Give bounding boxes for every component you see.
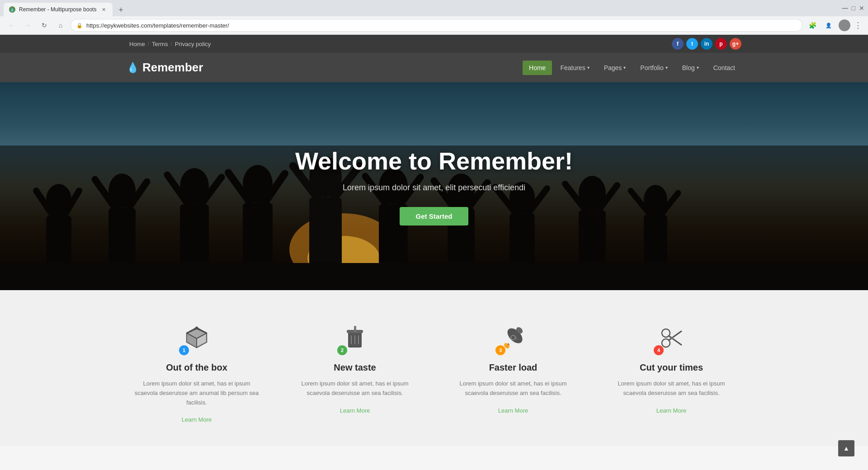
reload-button[interactable]: ↻ [38,19,51,32]
user-avatar[interactable] [839,19,850,31]
feature-desc-4: Lorem ipsum dolor sit amet, has ei ipsum… [606,379,737,398]
tab-favicon: 💧 [9,6,15,13]
extensions-icon[interactable]: 🧩 [806,19,819,32]
nav-home[interactable]: Home [523,61,552,75]
learn-more-3[interactable]: Learn More [498,407,528,414]
facebook-icon[interactable]: f [672,38,684,50]
twitter-icon[interactable]: t [686,38,698,50]
feature-title-2: New taste [289,362,420,373]
nav-blog[interactable]: Blog ▾ [676,61,705,75]
feature-badge-4: 4 [654,345,664,355]
nav-portfolio[interactable]: Portfolio ▾ [634,61,674,75]
feature-card-4: 4 Cut your times Lorem ipsum dolor sit a… [601,317,741,428]
forward-button[interactable]: → [22,19,34,32]
browser-chrome: 💧 Remember - Multipurpose boots ✕ + ─ □ … [0,0,868,35]
feature-badge-3: 3 [495,345,505,355]
feature-badge-2: 2 [337,345,347,355]
logo-icon: 💧 [127,62,139,74]
social-icons: f t in p g+ [672,38,741,50]
security-icon: 🔒 [76,23,83,28]
feature-title-3: Faster load [448,362,579,373]
browser-title-bar: 💧 Remember - Multipurpose boots ✕ + ─ □ … [0,0,868,16]
feature-icon-wrap-3: 3 [497,322,529,353]
back-button[interactable]: ← [5,19,18,32]
site-logo[interactable]: 💧 Remember [127,61,203,75]
hero-section: Welcome to Remember! Lorem ipsum dolor s… [0,82,868,290]
address-bar[interactable]: 🔒 https://epykwebsites.com/templates/rem… [71,19,802,32]
get-started-button[interactable]: Get Started [400,207,469,226]
nav-contact[interactable]: Contact [707,61,741,75]
nav-pages[interactable]: Pages ▾ [598,61,632,75]
feature-desc-3: Lorem ipsum dolor sit amet, has ei ipsum… [448,379,579,398]
logo-text: Remember [142,61,203,75]
svg-rect-43 [0,263,868,290]
svg-point-67 [671,337,674,339]
url-text: https://epykwebsites.com/templates/remem… [86,22,229,29]
pages-chevron-icon: ▾ [623,65,626,70]
feature-icon-wrap-4: 4 [656,322,687,353]
portfolio-chevron-icon: ▾ [665,65,668,70]
googleplus-icon[interactable]: g+ [730,38,741,50]
top-bar: Home / Terms / Privacy policy f t in p g… [0,35,868,53]
main-navigation: 💧 Remember Home Features ▾ Pages ▾ Portf… [0,53,868,82]
scroll-top-button[interactable]: ▲ [838,440,854,446]
feature-title-4: Cut your times [606,362,737,373]
learn-more-2[interactable]: Learn More [340,407,370,414]
learn-more-4[interactable]: Learn More [656,407,686,414]
features-section: 1 Out of the box Lorem ipsum dolor sit a… [0,290,868,446]
nav-features[interactable]: Features ▾ [554,61,595,75]
feature-card-3: 3 Faster load Lorem ipsum dolor sit amet… [443,317,583,428]
topbar-privacy-link[interactable]: Privacy policy [172,41,213,47]
tab-title: Remember - Multipurpose boots [19,6,96,13]
minimize-button[interactable]: ─ [842,4,848,13]
account-icon[interactable]: 👤 [822,19,835,32]
feature-title-1: Out of the box [131,362,262,373]
top-bar-links: Home / Terms / Privacy policy [127,41,213,47]
close-button[interactable]: ✕ [859,5,864,12]
browser-toolbar: ← → ↻ ⌂ 🔒 https://epykwebsites.com/templ… [0,16,868,34]
blog-chevron-icon: ▾ [697,65,699,70]
feature-desc-2: Lorem ipsum dolor sit amet, has ei ipsum… [289,379,420,398]
topbar-home-link[interactable]: Home [127,41,148,47]
browser-tabs: 💧 Remember - Multipurpose boots ✕ + [4,0,127,16]
learn-more-1[interactable]: Learn More [182,416,212,423]
hero-title: Welcome to Remember! [295,147,573,175]
new-tab-button[interactable]: + [114,4,127,16]
feature-icon-wrap-1: 1 [181,322,212,353]
browser-tab-active[interactable]: 💧 Remember - Multipurpose boots ✕ [4,3,113,16]
feature-card-1: 1 Out of the box Lorem ipsum dolor sit a… [127,317,267,428]
features-chevron-icon: ▾ [587,65,590,70]
feature-card-2: 2 New taste Lorem ipsum dolor sit amet, … [285,317,425,428]
website-content: Home / Terms / Privacy policy f t in p g… [0,35,868,446]
feature-badge-1: 1 [179,345,189,355]
tab-close-button[interactable]: ✕ [100,6,107,13]
linkedin-icon[interactable]: in [701,38,712,50]
hero-content: Welcome to Remember! Lorem ipsum dolor s… [295,147,573,226]
topbar-terms-link[interactable]: Terms [149,41,170,47]
browser-right-icons: 🧩 👤 ⋮ [806,19,863,32]
home-button[interactable]: ⌂ [54,19,67,32]
nav-menu: Home Features ▾ Pages ▾ Portfolio ▾ Blog… [523,61,741,75]
pinterest-icon[interactable]: p [715,38,727,50]
menu-button[interactable]: ⋮ [854,20,863,30]
features-grid: 1 Out of the box Lorem ipsum dolor sit a… [127,317,741,428]
feature-icon-wrap-2: 2 [339,322,371,353]
maximize-button[interactable]: □ [852,5,855,12]
svg-rect-53 [354,326,356,332]
feature-desc-1: Lorem ipsum dolor sit amet, has ei ipsum… [131,379,262,407]
hero-subtitle: Lorem ipsum dolor sit amet, elit persecu… [295,183,573,193]
